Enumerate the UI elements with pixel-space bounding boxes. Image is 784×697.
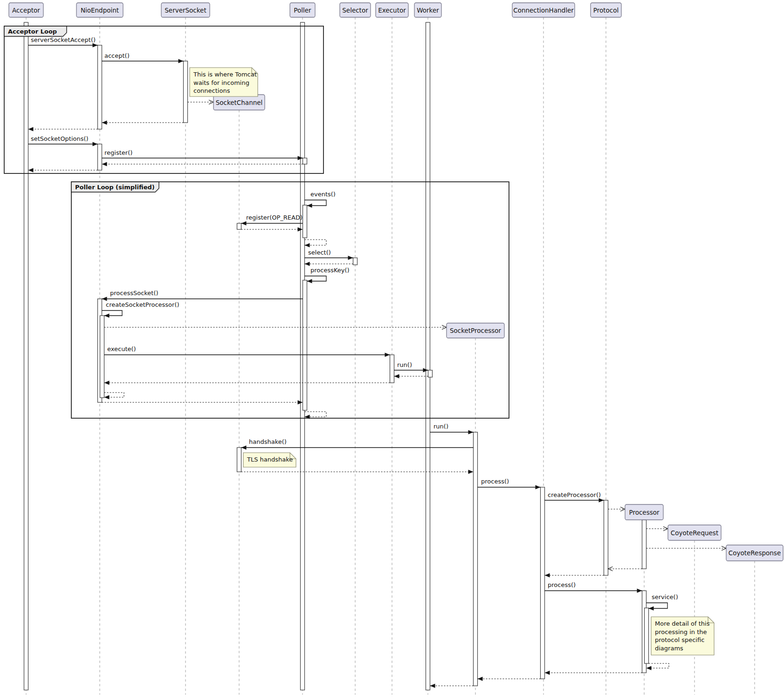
participant-label-selector: Selector: [342, 7, 368, 14]
tomcat-nio-sequence-diagram: Acceptor LoopPoller Loop (simplified)ser…: [0, 0, 784, 697]
activation-worker-run: [428, 370, 433, 377]
activation-poller-events: [303, 205, 307, 238]
message-label: execute(): [107, 345, 136, 352]
arrowhead-filled-icon: [241, 446, 247, 450]
note-tomcat-waits-text: waits for incoming: [193, 79, 249, 86]
arrowhead-filled-icon: [104, 381, 110, 385]
arrowhead-filled-icon: [305, 262, 310, 266]
arrowhead-filled-icon: [93, 142, 98, 146]
message-label: accept(): [104, 52, 130, 59]
arrowhead-filled-icon: [637, 589, 642, 593]
activation-worker-main: [426, 22, 430, 690]
message-label: select(): [308, 249, 331, 256]
arrowhead-filled-icon: [545, 671, 550, 675]
message-selfcall-line: [305, 200, 327, 206]
arrowhead-filled-icon: [179, 59, 184, 63]
participant-label-worker: Worker: [417, 7, 439, 14]
message-label: process(): [548, 581, 576, 588]
arrowhead-filled-icon: [28, 127, 34, 131]
arrowhead-filled-icon: [28, 168, 34, 173]
message-label: createSocketProcessor(): [106, 301, 179, 308]
activation-socketprocessor-run: [474, 432, 478, 686]
message-label: processKey(): [310, 267, 350, 274]
activation-nioendpoint-setsocketoptions: [98, 144, 102, 170]
participant-label-coyote-response: CoyoteResponse: [729, 549, 781, 557]
message-label: handshake(): [249, 438, 287, 445]
arrowhead-filled-icon: [307, 204, 312, 208]
note-more-detail-text: diagrams: [655, 645, 683, 652]
arrowhead-filled-icon: [307, 279, 312, 283]
note-tomcat-waits-text: This is where Tomcat: [193, 71, 257, 78]
sequence-diagram-page: Acceptor LoopPoller Loop (simplified)ser…: [0, 0, 784, 697]
participant-label-poller: Poller: [294, 7, 311, 14]
activation-processor-service: [645, 608, 649, 663]
note-tomcat-waits-text: connections: [193, 87, 230, 94]
note-tls-handshake-text: TLS handshake: [247, 456, 293, 463]
participant-label-socket-processor: SocketProcessor: [450, 327, 502, 334]
frame-0: [4, 26, 323, 173]
activation-protocol-createprocessor: [604, 500, 608, 575]
arrowhead-filled-icon: [102, 297, 107, 301]
arrowhead-filled-icon: [649, 607, 654, 611]
activation-poller-register: [303, 158, 307, 164]
message-label: register(): [104, 149, 132, 156]
frame-title: Acceptor Loop: [8, 28, 57, 35]
activation-executor-execute: [390, 355, 394, 383]
arrowhead-filled-icon: [305, 243, 310, 248]
participant-label-connection-handler: ConnectionHandler: [513, 7, 574, 14]
arrowhead-filled-icon: [104, 395, 110, 400]
participant-label-executor: Executor: [378, 7, 406, 14]
arrowhead-filled-icon: [468, 470, 474, 474]
message-label: run(): [397, 361, 412, 368]
arrowhead-filled-icon: [536, 485, 541, 490]
activation-processor-create: [642, 520, 646, 569]
message-selfcall-line: [102, 311, 123, 316]
arrowhead-filled-icon: [348, 256, 353, 260]
participant-label-coyote-request: CoyoteRequest: [671, 529, 718, 537]
message-label: processSocket(): [110, 290, 158, 297]
message-selfcall-line: [305, 276, 327, 281]
note-more-detail-text: processing in the: [655, 628, 707, 635]
arrowhead-filled-icon: [394, 374, 399, 379]
activation-selector-select: [353, 258, 358, 265]
participant-label-acceptor: Acceptor: [12, 7, 40, 14]
message-label: createProcessor(): [548, 491, 601, 498]
message-label: run(): [433, 423, 448, 430]
activation-acceptor-main: [24, 22, 28, 690]
activation-socketchannel-handshake: [237, 448, 241, 472]
note-more-detail-text: More detail of this: [655, 620, 710, 627]
arrowhead-filled-icon: [646, 666, 652, 670]
message-label: serverSocketAccept(): [31, 36, 96, 43]
arrowhead-filled-icon: [478, 677, 483, 681]
message-label: register(OP_READ): [246, 214, 303, 221]
activation-nioendpoint-accept: [98, 45, 102, 129]
message-label: service(): [652, 593, 678, 600]
message-label: process(): [481, 478, 509, 485]
participant-label-processor: Processor: [629, 509, 659, 516]
activation-socketchannel-register: [237, 223, 241, 229]
activation-nioendpoint-createsocketprocessor: [100, 316, 104, 398]
frame-title: Poller Loop (simplified): [75, 184, 155, 191]
participant-label-server-socket: ServerSocket: [165, 7, 206, 14]
participant-label-nio-endpoint: NioEndpoint: [81, 7, 119, 14]
activation-poller-processkey: [303, 280, 307, 410]
participant-label-socket-channel: SocketChannel: [216, 99, 263, 106]
arrowhead-filled-icon: [102, 162, 107, 166]
message-label: events(): [310, 191, 336, 198]
arrowhead-filled-icon: [385, 353, 390, 357]
arrowhead-filled-icon: [241, 221, 247, 226]
arrowhead-filled-icon: [545, 573, 550, 578]
arrowhead-filled-icon: [93, 43, 98, 48]
arrowhead-filled-icon: [599, 498, 604, 503]
message-selfcall-line: [646, 603, 668, 608]
arrowhead-filled-icon: [104, 314, 110, 318]
arrowhead-filled-icon: [102, 121, 107, 125]
participant-label-protocol: Protocol: [593, 7, 619, 14]
note-more-detail-text: protocol specific: [655, 636, 704, 643]
activation-connectionhandler-process: [541, 487, 545, 679]
message-label: setSocketOptions(): [31, 135, 89, 142]
arrowhead-filled-icon: [430, 684, 435, 688]
activation-serversocket-accept: [184, 61, 188, 123]
arrowhead-filled-icon: [468, 430, 474, 435]
